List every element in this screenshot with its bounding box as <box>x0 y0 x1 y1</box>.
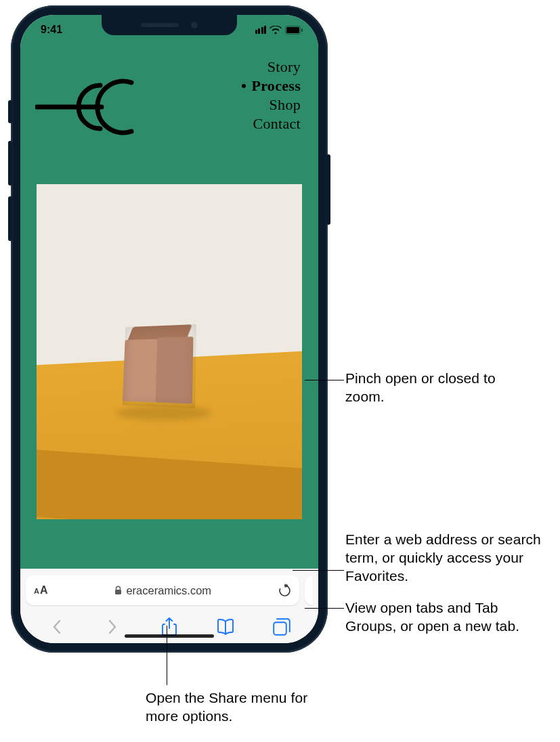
nav-contact[interactable]: Contact <box>253 115 301 133</box>
svg-rect-1 <box>286 27 299 33</box>
back-button[interactable] <box>43 613 71 641</box>
notch <box>102 15 237 35</box>
screen: 9:41 <box>20 15 318 643</box>
wifi-icon <box>270 26 282 35</box>
hero-image[interactable] <box>37 184 302 519</box>
callout-tabs: View open tabs and Tab Groups, or open a… <box>345 599 548 636</box>
lock-icon <box>114 586 122 595</box>
nav-process[interactable]: Process <box>242 77 301 95</box>
nav-label: Process <box>251 77 301 95</box>
tabs-button[interactable] <box>267 613 296 641</box>
svg-rect-2 <box>301 28 303 32</box>
nav-story[interactable]: Story <box>267 58 301 76</box>
safari-chrome: AA eraceramics.com <box>20 569 318 643</box>
forward-button[interactable] <box>99 613 127 641</box>
home-indicator[interactable] <box>125 634 214 638</box>
active-dot-icon <box>242 84 246 88</box>
iphone-frame: 9:41 <box>11 5 328 653</box>
reader-aa-icon[interactable]: AA <box>34 584 48 596</box>
callout-share: Open the Share menu for more options. <box>146 689 335 726</box>
status-indicators <box>255 26 304 35</box>
volume-down-button <box>8 196 12 241</box>
next-tab-peek[interactable] <box>305 575 313 605</box>
cellular-signal-icon <box>255 26 267 34</box>
nav-shop[interactable]: Shop <box>270 96 301 114</box>
callout-address: Enter a web address or search term, or q… <box>345 531 555 586</box>
side-button <box>326 154 330 225</box>
address-text[interactable]: eraceramics.com <box>53 584 273 597</box>
svg-rect-6 <box>274 622 287 635</box>
svg-rect-4 <box>115 590 121 594</box>
site-header: Story Process Shop Contact <box>20 45 318 157</box>
address-bar[interactable]: AA eraceramics.com <box>26 575 299 605</box>
callout-zoom: Pinch open or closed to zoom. <box>345 370 535 406</box>
webpage-content[interactable]: Story Process Shop Contact <box>20 45 318 569</box>
site-nav: Story Process Shop Contact <box>242 58 301 133</box>
reload-icon[interactable] <box>278 584 291 598</box>
bottom-toolbar <box>20 611 318 643</box>
nav-label: Shop <box>270 96 301 114</box>
volume-up-button <box>8 141 12 186</box>
site-logo-icon[interactable] <box>35 73 137 144</box>
status-time: 9:41 <box>41 24 62 36</box>
nav-label: Contact <box>253 115 301 133</box>
domain-label: eraceramics.com <box>126 584 211 597</box>
battery-icon <box>285 26 303 35</box>
nav-label: Story <box>267 58 301 76</box>
silence-switch <box>8 100 12 123</box>
bookmarks-button[interactable] <box>211 613 240 641</box>
